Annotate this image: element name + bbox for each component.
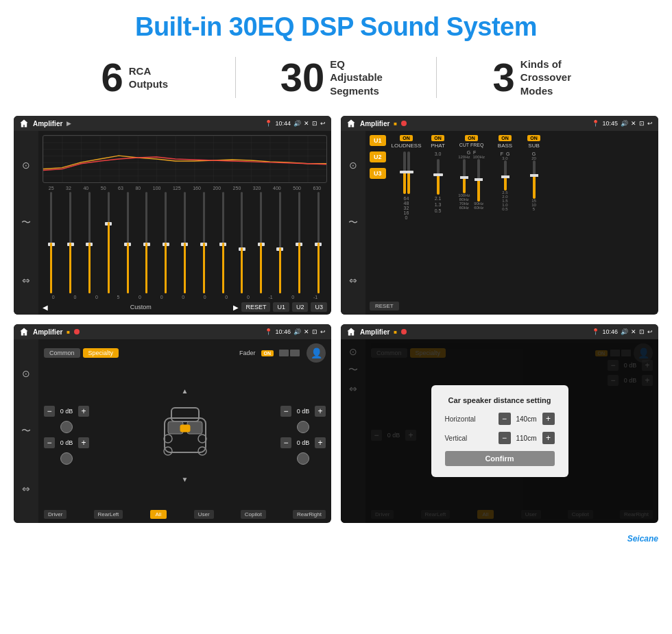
amp-phat-on[interactable]: ON: [431, 135, 444, 141]
eq-icon-3[interactable]: ⇔: [22, 275, 30, 286]
fader-val-1: 0 dB: [57, 408, 76, 415]
fader-db-row-1: − 0 dB +: [44, 406, 89, 417]
eq-screen: Amplifier ▶ 📍 10:44 🔊 ✕ ⊡ ↩ ⊙ 〜 ⇔: [14, 116, 331, 315]
amp-back-icon[interactable]: ↩: [647, 120, 653, 127]
amp-u1[interactable]: U1: [370, 135, 386, 146]
fader-minus-4[interactable]: −: [280, 437, 291, 448]
eq-slider-11[interactable]: [241, 192, 243, 293]
fader-copilot-btn[interactable]: Copilot: [241, 510, 266, 519]
fader-close-icon[interactable]: ✕: [304, 328, 309, 335]
home-icon[interactable]: [19, 119, 29, 128]
fader-driver-btn[interactable]: Driver: [44, 510, 67, 519]
dist-back-icon[interactable]: ↩: [647, 328, 653, 335]
eq-play-icon[interactable]: ▶: [67, 120, 71, 127]
fader-on-badge[interactable]: ON: [261, 350, 274, 356]
fader-icon-1[interactable]: ⊙: [22, 368, 30, 379]
eq-slider-3[interactable]: [88, 192, 91, 293]
dist-location-icon: 📍: [592, 328, 599, 335]
eq-slider-14[interactable]: [298, 192, 300, 293]
dist-horizontal-plus[interactable]: +: [542, 413, 555, 425]
fader-tab-specialty[interactable]: Specialty: [83, 348, 119, 358]
eq-volume-icon[interactable]: 🔊: [293, 120, 301, 127]
eq-u2-btn[interactable]: U2: [292, 302, 309, 312]
eq-reset-btn[interactable]: RESET: [241, 302, 270, 312]
dist-status-right: 📍 10:46 🔊 ✕ ⊡ ↩: [592, 328, 653, 335]
fader-home-icon[interactable]: [19, 327, 29, 337]
fader-plus-3[interactable]: +: [315, 406, 326, 417]
amp-icon-1[interactable]: ⊙: [349, 160, 357, 171]
eq-slider-6[interactable]: [145, 192, 147, 293]
amp-close-icon[interactable]: ✕: [631, 120, 636, 127]
amp-u2[interactable]: U2: [370, 151, 386, 162]
dist-vertical-minus[interactable]: −: [499, 432, 511, 444]
fader-back-icon[interactable]: ↩: [320, 328, 326, 335]
eq-time: 10:44: [275, 120, 291, 127]
eq-back-icon[interactable]: ↩: [320, 120, 326, 127]
fader-db-row-4: − 0 dB +: [280, 437, 326, 448]
fader-window-icon[interactable]: ⊡: [312, 328, 317, 335]
eq-slider-10[interactable]: [222, 192, 224, 293]
eq-u1-btn[interactable]: U1: [273, 302, 289, 312]
eq-slider-8[interactable]: [184, 192, 186, 293]
dist-vertical-plus[interactable]: +: [542, 432, 555, 444]
fader-user-btn[interactable]: User: [194, 510, 214, 519]
fader-plus-2[interactable]: +: [78, 437, 89, 448]
eq-u3-btn[interactable]: U3: [311, 302, 327, 312]
eq-slider-13[interactable]: [279, 192, 281, 293]
fader-screen: Amplifier ■ 📍 10:46 🔊 ✕ ⊡ ↩ ⊙ 〜 ⇔ Comm: [14, 324, 331, 523]
fader-status-right: 📍 10:46 🔊 ✕ ⊡ ↩: [265, 328, 326, 335]
fader-avatar-icon[interactable]: 👤: [307, 343, 326, 363]
fader-minus-3[interactable]: −: [280, 406, 291, 417]
dist-modal-overlay: Car speaker distance setting Horizontal …: [341, 339, 658, 523]
amp-loudness-on[interactable]: ON: [400, 135, 413, 141]
eq-prev-btn[interactable]: ◀: [43, 304, 48, 311]
amp-bass-on[interactable]: ON: [499, 135, 512, 141]
dist-confirm-button[interactable]: Confirm: [445, 451, 555, 466]
amp-reset-btn[interactable]: RESET: [370, 302, 399, 310]
eq-main: 253240506380100125160200250320400500630: [38, 131, 331, 315]
eq-slider-5[interactable]: [127, 192, 129, 293]
dist-volume-icon[interactable]: 🔊: [621, 328, 628, 335]
amp-icon-3[interactable]: ⇔: [349, 275, 357, 286]
eq-next-btn[interactable]: ▶: [233, 304, 239, 311]
dist-home-icon[interactable]: [346, 327, 356, 337]
amp-u3[interactable]: U3: [370, 168, 386, 179]
eq-custom-label: Custom: [51, 304, 230, 310]
amp-cutfreq-on[interactable]: ON: [465, 135, 478, 141]
fader-plus-1[interactable]: +: [78, 406, 89, 417]
fader-minus-1[interactable]: −: [44, 406, 55, 417]
eq-icon-2[interactable]: 〜: [21, 217, 31, 229]
amp-sub-on[interactable]: ON: [527, 135, 540, 141]
eq-slider-9[interactable]: [203, 192, 205, 293]
fader-icon-2[interactable]: 〜: [21, 425, 31, 437]
eq-window-icon[interactable]: ⊡: [312, 120, 317, 127]
dist-window-icon[interactable]: ⊡: [639, 328, 645, 335]
eq-slider-1[interactable]: [50, 192, 52, 293]
fader-icon-3[interactable]: ⇔: [22, 483, 30, 494]
dist-horizontal-minus[interactable]: −: [499, 413, 511, 425]
fader-tab-common[interactable]: Common: [44, 348, 80, 358]
eq-slider-7[interactable]: [165, 192, 167, 293]
eq-icon-1[interactable]: ⊙: [22, 160, 30, 171]
fader-diagram: ▲: [95, 365, 275, 504]
fader-plus-4[interactable]: +: [315, 437, 326, 448]
stat-rca: 6 RCAOutputs: [41, 58, 228, 97]
amp-window-icon[interactable]: ⊡: [639, 120, 645, 127]
fader-all-btn[interactable]: All: [150, 510, 167, 519]
amp-volume-icon[interactable]: 🔊: [621, 120, 628, 127]
dist-close-icon[interactable]: ✕: [631, 328, 636, 335]
stat-number-eq: 30: [280, 58, 325, 97]
eq-close-icon[interactable]: ✕: [304, 120, 309, 127]
amp-icon-2[interactable]: 〜: [348, 217, 358, 229]
fader-rearleft-btn[interactable]: RearLeft: [94, 510, 123, 519]
dist-dot-icon: ■: [394, 329, 397, 335]
eq-slider-4[interactable]: [108, 192, 110, 293]
amp-location-icon: 📍: [592, 120, 599, 127]
amp-home-icon[interactable]: [346, 119, 356, 128]
eq-slider-2[interactable]: [69, 192, 71, 293]
fader-rearright-btn[interactable]: RearRight: [293, 510, 326, 519]
fader-minus-2[interactable]: −: [44, 437, 55, 448]
eq-slider-12[interactable]: [260, 192, 262, 293]
eq-slider-15[interactable]: [317, 192, 320, 293]
fader-volume-icon[interactable]: 🔊: [293, 328, 301, 335]
